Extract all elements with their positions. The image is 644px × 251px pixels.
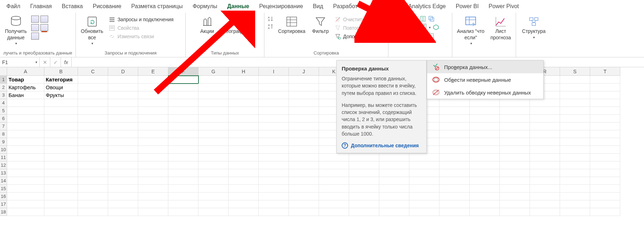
cell[interactable] bbox=[7, 200, 44, 208]
cell[interactable] bbox=[108, 185, 138, 193]
row-header[interactable]: 12 bbox=[0, 161, 7, 169]
cell[interactable] bbox=[530, 161, 560, 169]
cell[interactable] bbox=[590, 193, 620, 200]
cell[interactable] bbox=[138, 122, 168, 130]
cell[interactable] bbox=[439, 193, 470, 200]
column-header[interactable]: J bbox=[289, 67, 319, 76]
cell[interactable] bbox=[78, 169, 108, 177]
cell[interactable] bbox=[138, 107, 168, 115]
cell[interactable] bbox=[44, 169, 78, 177]
cell[interactable] bbox=[409, 169, 439, 177]
cell[interactable] bbox=[560, 130, 590, 138]
cell[interactable] bbox=[198, 146, 229, 154]
cell[interactable] bbox=[259, 177, 289, 185]
cell[interactable] bbox=[590, 130, 620, 138]
cell[interactable] bbox=[560, 115, 590, 122]
row-header[interactable]: 8 bbox=[0, 130, 7, 138]
cell[interactable] bbox=[259, 154, 289, 161]
cell[interactable] bbox=[470, 130, 500, 138]
cell[interactable] bbox=[349, 154, 379, 161]
tab-вид[interactable]: Вид bbox=[308, 1, 328, 12]
cell[interactable] bbox=[560, 161, 590, 169]
cell[interactable] bbox=[229, 169, 259, 177]
cell[interactable] bbox=[259, 185, 289, 193]
sort-desc-icon[interactable]: ЯА bbox=[267, 23, 274, 30]
cell[interactable] bbox=[229, 138, 259, 146]
row-header[interactable]: 3 bbox=[0, 91, 7, 99]
cell[interactable] bbox=[530, 177, 560, 185]
cell[interactable] bbox=[108, 154, 138, 161]
cell[interactable] bbox=[289, 177, 319, 185]
cell[interactable] bbox=[409, 177, 439, 185]
what-if-button[interactable]: ? Анализ "что если"▾ bbox=[455, 14, 486, 47]
cell[interactable] bbox=[530, 146, 560, 154]
cell[interactable] bbox=[439, 208, 470, 216]
cell[interactable] bbox=[198, 107, 229, 115]
cell[interactable] bbox=[259, 161, 289, 169]
from-text-icon[interactable] bbox=[31, 16, 39, 23]
cell[interactable] bbox=[259, 122, 289, 130]
cell[interactable] bbox=[470, 185, 500, 193]
cell[interactable] bbox=[108, 200, 138, 208]
cell[interactable] bbox=[379, 154, 409, 161]
cell[interactable] bbox=[198, 185, 229, 193]
cell[interactable] bbox=[78, 177, 108, 185]
cell[interactable] bbox=[44, 200, 78, 208]
cell[interactable] bbox=[7, 177, 44, 185]
cell[interactable] bbox=[470, 154, 500, 161]
cell[interactable] bbox=[560, 193, 590, 200]
cell[interactable] bbox=[44, 185, 78, 193]
cell[interactable] bbox=[590, 154, 620, 161]
cell[interactable]: Банан bbox=[7, 91, 44, 99]
cell[interactable] bbox=[560, 138, 590, 146]
cell[interactable] bbox=[78, 208, 108, 216]
tab-рисование[interactable]: Рисование bbox=[88, 1, 127, 12]
cell[interactable] bbox=[108, 107, 138, 115]
cell[interactable] bbox=[138, 208, 168, 216]
cell[interactable] bbox=[7, 107, 44, 115]
refresh-all-button[interactable]: Обновить все▾ bbox=[79, 14, 105, 47]
cell[interactable] bbox=[439, 122, 470, 130]
cell[interactable] bbox=[349, 161, 379, 169]
cell[interactable] bbox=[470, 177, 500, 185]
row-header[interactable]: 15 bbox=[0, 185, 7, 193]
sort-asc-icon[interactable]: АЯ bbox=[267, 16, 274, 22]
cell[interactable] bbox=[289, 208, 319, 216]
sort-button[interactable]: Сортировка bbox=[276, 14, 308, 35]
cell[interactable] bbox=[530, 99, 560, 107]
recent-sources-icon[interactable] bbox=[40, 24, 48, 31]
cell[interactable] bbox=[289, 130, 319, 138]
cell[interactable] bbox=[78, 154, 108, 161]
cell[interactable] bbox=[319, 185, 349, 193]
row-header[interactable]: 9 bbox=[0, 138, 7, 146]
cell[interactable] bbox=[108, 122, 138, 130]
tab-power-bi[interactable]: Power BI bbox=[451, 1, 484, 12]
cell[interactable] bbox=[500, 115, 530, 122]
name-box[interactable]: F1 ▾ bbox=[0, 57, 40, 67]
cell[interactable] bbox=[198, 130, 229, 138]
cell[interactable] bbox=[229, 107, 259, 115]
cell[interactable] bbox=[560, 76, 590, 84]
cell[interactable] bbox=[590, 169, 620, 177]
cell[interactable] bbox=[289, 122, 319, 130]
cell[interactable] bbox=[198, 177, 229, 185]
forecast-sheet-button[interactable]: Лист прогноза bbox=[488, 14, 513, 41]
cell[interactable] bbox=[168, 193, 198, 200]
cell[interactable] bbox=[78, 161, 108, 169]
cell[interactable] bbox=[560, 99, 590, 107]
cell[interactable] bbox=[229, 122, 259, 130]
cell[interactable] bbox=[229, 193, 259, 200]
cell[interactable] bbox=[379, 169, 409, 177]
cell[interactable]: Категория bbox=[44, 76, 78, 84]
cell[interactable] bbox=[289, 99, 319, 107]
cell[interactable] bbox=[590, 91, 620, 99]
column-header[interactable]: B bbox=[44, 67, 78, 76]
cell[interactable] bbox=[470, 169, 500, 177]
cell[interactable] bbox=[349, 169, 379, 177]
row-header[interactable]: 17 bbox=[0, 200, 7, 208]
get-data-button[interactable]: Получить данные▾ bbox=[3, 14, 29, 47]
cell[interactable] bbox=[560, 91, 590, 99]
cell[interactable] bbox=[168, 169, 198, 177]
cell[interactable]: Товар bbox=[7, 76, 44, 84]
column-header[interactable]: S bbox=[560, 67, 590, 76]
